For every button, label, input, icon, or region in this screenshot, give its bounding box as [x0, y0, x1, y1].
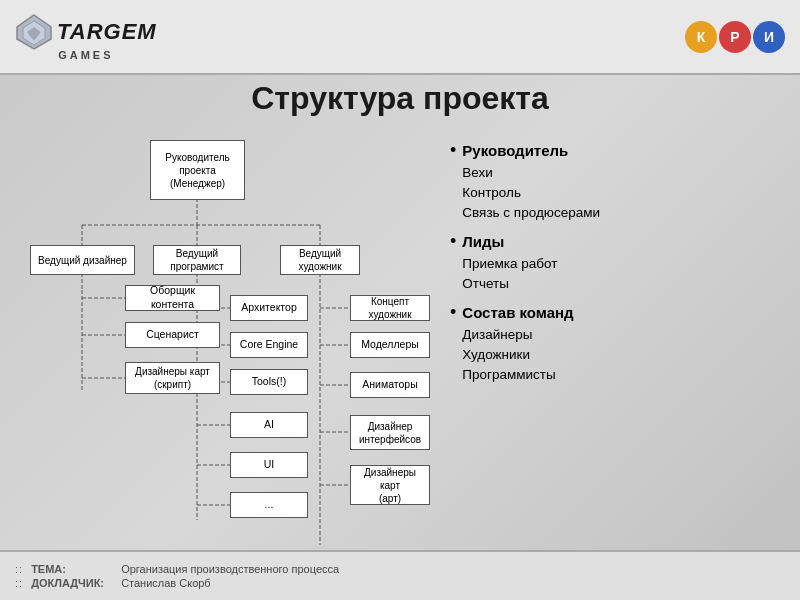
rukovoditel-sub-2: Контроль: [462, 183, 600, 203]
core-engine-box: Core Engine: [230, 332, 308, 358]
kri-r-circle: Р: [719, 21, 751, 53]
rukovoditel-sub-1: Вехи: [462, 163, 600, 183]
bullet-item-rukovoditel: • Руководитель Вехи Контроль Связь с про…: [450, 140, 770, 223]
footer: :: ТЕМА: Организация производственного п…: [0, 550, 800, 600]
lidy-label: Лиды: [462, 231, 557, 254]
ui-designers-box: Дизайнер интерфейсов: [350, 415, 430, 450]
rukovoditel-label: Руководитель: [462, 140, 600, 163]
lidy-sub-2: Отчеты: [462, 274, 557, 294]
sostav-sub-1: Дизайнеры: [462, 325, 573, 345]
kri-logo: К Р И: [685, 21, 785, 53]
tools-box: Tools(!): [230, 369, 308, 395]
ai-box: AI: [230, 412, 308, 438]
targem-text: TARGEM: [57, 19, 157, 45]
page-title: Структура проекта: [0, 80, 800, 117]
architect-box: Архитектор: [230, 295, 308, 321]
lead-artist-box: Ведущий художник: [280, 245, 360, 275]
lead-designer-box: Ведущий дизайнер: [30, 245, 135, 275]
sostav-label: Состав команд: [462, 302, 573, 325]
manager-box: Руководитель проекта (Менеджер): [150, 140, 245, 200]
rukovoditel-sub-3: Связь с продюсерами: [462, 203, 600, 223]
kri-i-circle: И: [753, 21, 785, 53]
concept-artist-box: Концепт художник: [350, 295, 430, 321]
footer-tema-label: ТЕМА:: [31, 563, 121, 575]
footer-dots-2: ::: [15, 577, 23, 589]
bullet-icon-3: •: [450, 302, 456, 324]
games-text: GAMES: [58, 49, 113, 61]
footer-dokladchik-value: Станислав Скорб: [121, 577, 211, 589]
right-panel: • Руководитель Вехи Контроль Связь с про…: [430, 130, 790, 545]
scriptwriter-box: Сценарист: [125, 322, 220, 348]
sostav-sub-2: Художники: [462, 345, 573, 365]
lead-programmer-box: Ведущий програмист: [153, 245, 241, 275]
bullet-icon-2: •: [450, 231, 456, 253]
content-area: Руководитель проекта (Менеджер) Ведущий …: [10, 130, 790, 545]
footer-dots-1: ::: [15, 563, 23, 575]
ellipsis-box: ...: [230, 492, 308, 518]
bullet-item-sostav: • Состав команд Дизайнеры Художники Прог…: [450, 302, 770, 385]
diamond-icon: [15, 13, 53, 51]
targem-logo: TARGEM GAMES: [15, 13, 157, 61]
header: TARGEM GAMES К Р И: [0, 0, 800, 75]
footer-tema-value: Организация производственного процесса: [121, 563, 339, 575]
org-chart: Руководитель проекта (Менеджер) Ведущий …: [10, 130, 430, 545]
map-designers-box: Дизайнеры карт (скрипт): [125, 362, 220, 394]
content-builder-box: Оборщик контента: [125, 285, 220, 311]
footer-dokladchik-row: :: ДОКЛАДЧИК: Станислав Скорб: [15, 577, 785, 589]
ui-box: UI: [230, 452, 308, 478]
kri-k-circle: К: [685, 21, 717, 53]
lidy-sub-1: Приемка работ: [462, 254, 557, 274]
map-designers-art-box: Дизайнеры карт (арт): [350, 465, 430, 505]
bullet-item-lidy: • Лиды Приемка работ Отчеты: [450, 231, 770, 294]
bullet-icon-1: •: [450, 140, 456, 162]
footer-dokladchik-label: ДОКЛАДЧИК:: [31, 577, 121, 589]
modelers-box: Моделлеры: [350, 332, 430, 358]
sostav-sub-3: Программисты: [462, 365, 573, 385]
footer-tema-row: :: ТЕМА: Организация производственного п…: [15, 563, 785, 575]
animators-box: Аниматоры: [350, 372, 430, 398]
